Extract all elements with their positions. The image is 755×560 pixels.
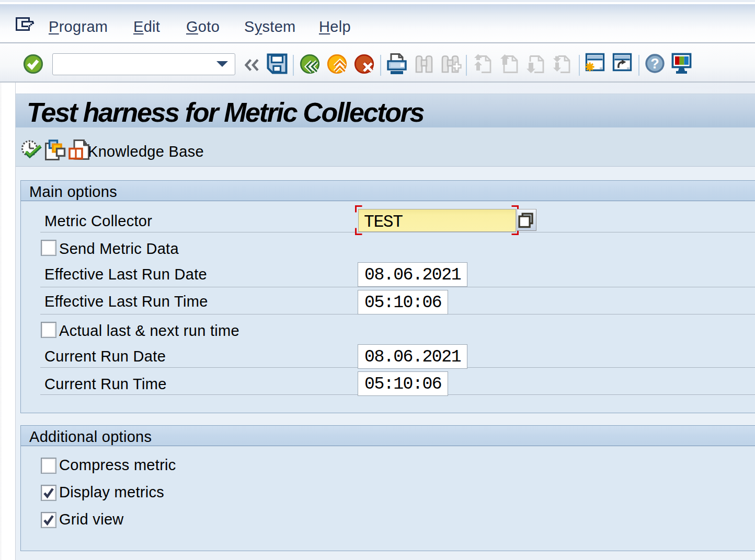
svg-text:?: ? — [650, 56, 659, 72]
